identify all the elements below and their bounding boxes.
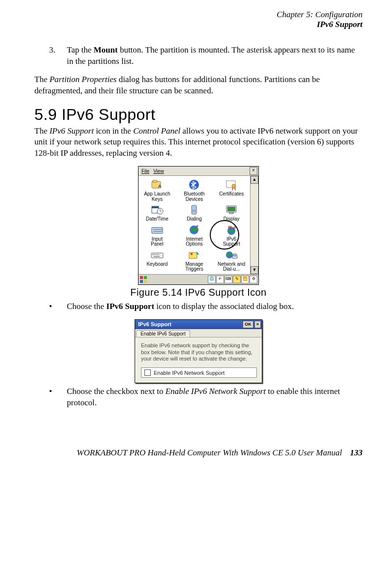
dialog-tabstrip: Enable IPv6 Support: [135, 329, 262, 337]
chapter-line: Chapter 5: Configuration: [34, 10, 363, 20]
tray-signal-icon[interactable]: 📶: [241, 276, 249, 283]
window-close-button[interactable]: ×: [250, 167, 257, 175]
svg-rect-25: [151, 253, 163, 258]
svg-point-5: [232, 184, 236, 188]
svg-rect-26: [152, 254, 153, 255]
scrollbar[interactable]: ▲ ▼: [250, 176, 258, 274]
control-panel-item-label: Certificates: [213, 192, 250, 197]
figure-caption: Figure 5.14 IPv6 Support Icon: [34, 287, 363, 298]
control-panel-item[interactable]: Date/Time: [139, 204, 176, 222]
control-panel-grid: AApp LaunchKeysBluetoothDevicesCertifica…: [139, 176, 250, 274]
svg-rect-17: [229, 212, 233, 214]
menu-file[interactable]: File: [140, 168, 151, 174]
svg-rect-30: [158, 254, 159, 255]
svg-rect-36: [233, 254, 236, 256]
control-panel-item[interactable]: Keyboard: [139, 249, 176, 272]
svg-text:A: A: [158, 184, 162, 189]
internet-options-icon: [187, 224, 201, 236]
dialog-titlebar: IPv6 Support OK ×: [135, 320, 262, 329]
dialog-ok-button[interactable]: OK: [243, 321, 253, 328]
tray-icon[interactable]: ⚙: [250, 276, 257, 283]
system-tray: 🌐 P ⌨ ✎ 📶 ⚙: [208, 276, 257, 283]
svg-rect-31: [154, 256, 160, 257]
partition-paragraph: The Partition Properties dialog has butt…: [34, 74, 363, 97]
control-panel-item[interactable]: Network andDial-u...: [213, 249, 250, 272]
control-panel-item-label: Date/Time: [139, 217, 176, 222]
svg-text:6: 6: [234, 225, 236, 229]
svg-rect-27: [154, 254, 155, 255]
enable-ipv6-checkbox-row[interactable]: Enable IPv6 Network Support: [141, 367, 257, 378]
control-panel-item[interactable]: Dialing: [176, 204, 213, 222]
bullet-1: • Choose the IPv6 Support icon to displa…: [49, 301, 363, 312]
svg-rect-28: [155, 254, 156, 255]
display-icon: [224, 204, 238, 216]
control-panel-item-label: Network andDial-u...: [213, 262, 250, 272]
control-panel-item-label: Dialing: [176, 217, 213, 222]
bluetooth-icon: [187, 179, 201, 191]
svg-point-13: [193, 211, 194, 212]
control-panel-item[interactable]: ManageTriggers: [176, 249, 213, 272]
svg-rect-29: [157, 254, 158, 255]
svg-rect-7: [152, 206, 159, 208]
tray-icon[interactable]: ⌨: [224, 276, 232, 283]
dialog-title-text: IPv6 Support: [138, 321, 171, 327]
step-3-number: 3.: [49, 45, 67, 67]
control-panel-item[interactable]: InternetOptions: [176, 224, 213, 247]
svg-point-11: [193, 210, 194, 211]
control-panel-item[interactable]: InputPanel: [139, 224, 176, 247]
footer-text: WORKABOUT PRO Hand-Held Computer With Wi…: [77, 448, 342, 457]
scroll-down-button[interactable]: ▼: [251, 266, 258, 274]
page-footer: WORKABOUT PRO Hand-Held Computer With Wi…: [34, 448, 363, 458]
start-button[interactable]: [140, 276, 147, 283]
control-panel-item-label: BluetoothDevices: [176, 192, 213, 202]
svg-rect-18: [152, 227, 163, 233]
app-launch-keys-icon: A: [150, 179, 164, 191]
ipv6-support-icon: IP6: [224, 224, 238, 236]
control-panel-item-label: App LaunchKeys: [139, 192, 176, 202]
svg-point-33: [191, 253, 193, 255]
scroll-up-button[interactable]: ▲: [251, 176, 258, 184]
svg-rect-39: [140, 280, 143, 283]
keyboard-icon: [150, 249, 164, 261]
page-header: Chapter 5: Configuration IPv6 Support: [34, 10, 363, 30]
checkbox-icon[interactable]: [144, 369, 151, 376]
control-panel-item-label: InternetOptions: [176, 237, 213, 247]
svg-rect-1: [153, 180, 157, 182]
control-panel-item-label: IPv6Support: [213, 237, 250, 247]
svg-rect-32: [189, 252, 197, 258]
control-panel-item-label: InputPanel: [139, 237, 176, 247]
tray-icon[interactable]: 🌐: [208, 276, 216, 283]
svg-rect-16: [227, 207, 235, 211]
scroll-track[interactable]: [251, 184, 258, 266]
dialing-icon: [187, 204, 201, 216]
control-panel-window: File View × AApp LaunchKeysBluetoothDevi…: [138, 166, 259, 285]
ipv6-dialog: IPv6 Support OK × Enable IPv6 Support En…: [135, 319, 262, 383]
control-panel-item[interactable]: Certificates: [213, 179, 250, 202]
menu-view[interactable]: View: [151, 168, 166, 174]
control-panel-item[interactable]: BluetoothDevices: [176, 179, 213, 202]
dialog-body-text: Enable IPv6 network support by checking …: [141, 342, 257, 363]
mount-bold: Mount: [94, 45, 118, 55]
svg-rect-37: [140, 276, 143, 279]
ipv6-intro-paragraph: The IPv6 Support icon in the Control Pan…: [34, 126, 363, 160]
tray-icon[interactable]: P: [216, 276, 224, 283]
tray-icon[interactable]: ✎: [233, 276, 241, 283]
checkbox-label: Enable IPv6 Network Support: [154, 370, 224, 376]
control-panel-item[interactable]: IP6IPv6Support: [213, 224, 250, 247]
control-panel-item[interactable]: Display: [213, 204, 250, 222]
dialog-tab[interactable]: Enable IPv6 Support: [136, 330, 190, 337]
dialog-close-button[interactable]: ×: [254, 321, 261, 328]
svg-rect-38: [144, 276, 147, 279]
step-3: 3. Tap the Mount button. The partition i…: [49, 45, 363, 67]
svg-point-14: [195, 211, 196, 212]
control-panel-item-label: Display: [213, 217, 250, 222]
page-number: 133: [350, 448, 363, 457]
control-panel-item[interactable]: AApp LaunchKeys: [139, 179, 176, 202]
menubar: File View ×: [139, 167, 258, 176]
section-heading: 5.9 IPv6 Support: [34, 106, 363, 124]
taskbar: 🌐 P ⌨ ✎ 📶 ⚙: [139, 274, 258, 284]
svg-text:IP: IP: [228, 225, 232, 229]
certificates-icon: [224, 179, 238, 191]
svg-rect-40: [144, 280, 147, 283]
network-dialup-icon: [224, 249, 238, 261]
